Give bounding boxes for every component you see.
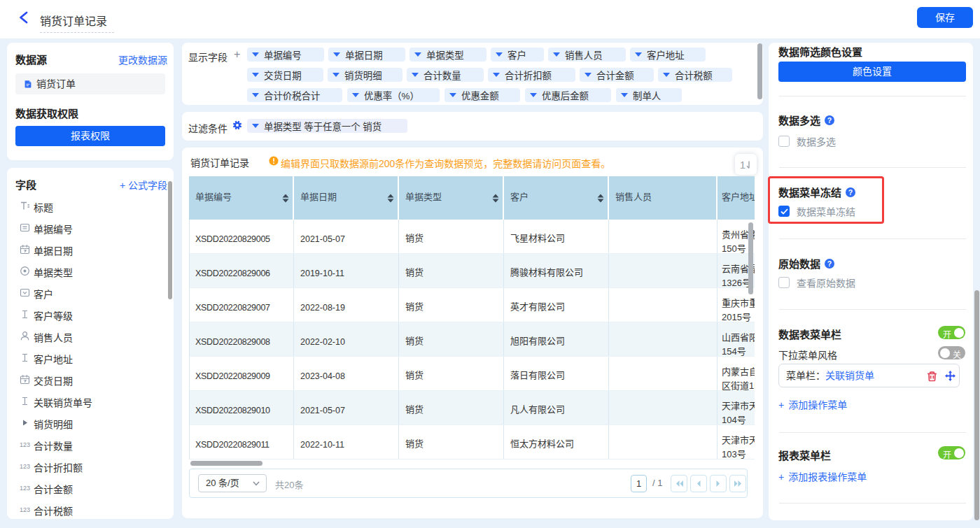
svg-text:?: ? xyxy=(848,187,853,196)
svg-text:?: ? xyxy=(827,259,832,267)
svg-text:?: ? xyxy=(827,115,832,124)
